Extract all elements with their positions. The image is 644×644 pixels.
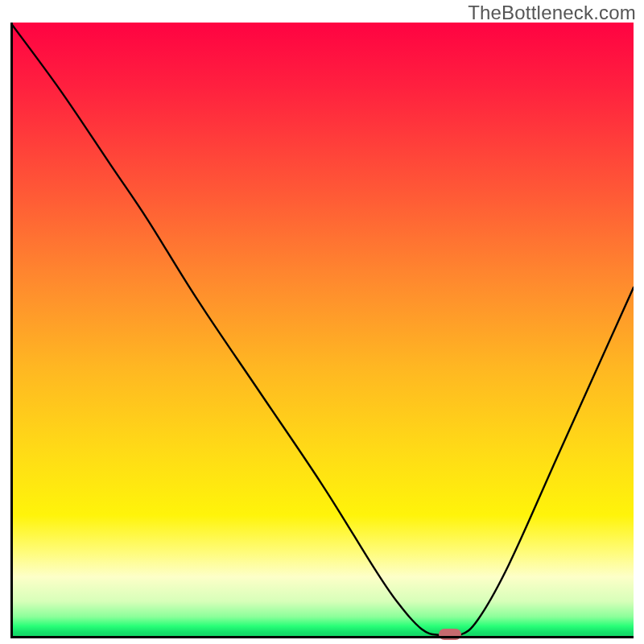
x-axis (10, 636, 634, 638)
bottleneck-chart: TheBottleneck.com (0, 0, 644, 644)
optimal-point-marker (439, 629, 461, 640)
curve-layer (10, 23, 634, 638)
plot-area (10, 23, 634, 638)
watermark-text: TheBottleneck.com (468, 2, 636, 24)
y-axis (10, 23, 13, 638)
bottleneck-curve-path (10, 23, 634, 637)
